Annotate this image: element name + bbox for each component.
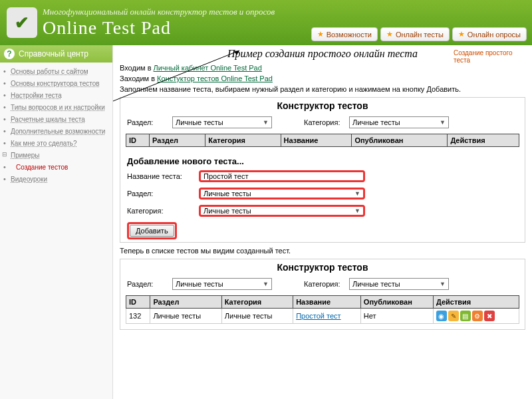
sidebar-item-basics[interactable]: Основы работы с сайтом: [11, 68, 88, 75]
cell-published: Нет: [360, 309, 433, 324]
help-icon: ?: [4, 49, 15, 59]
newtest-section-label: Раздел:: [127, 190, 194, 198]
constructor-panel-2: Конструктор тестов Раздел: Личные тесты▼…: [120, 259, 525, 330]
add-button[interactable]: Добавить: [130, 225, 174, 237]
app-header: ✔ Многофункциональный онлайн конструктор…: [0, 0, 532, 45]
logo-area: ✔ Многофункциональный онлайн конструктор…: [7, 7, 275, 39]
logo-icon: ✔: [7, 7, 37, 38]
col-published: Опубликован: [360, 296, 433, 309]
newtest-category-select[interactable]: Личные тесты▼: [199, 205, 365, 217]
tab-features[interactable]: ★Возможности: [311, 27, 378, 41]
sidebar-item-create-tests[interactable]: Создание тестов: [16, 164, 68, 171]
constructor-panel-1: Конструктор тестов Раздел: Личные тесты▼…: [120, 97, 525, 243]
sidebar-item-howto[interactable]: Как мне это сделать?: [11, 140, 77, 147]
sidebar-item-settings[interactable]: Настройки теста: [11, 92, 62, 99]
col-actions: Действия: [448, 134, 519, 147]
panel2-category-label: Категория:: [304, 280, 344, 288]
edit-icon[interactable]: ✎: [448, 311, 459, 321]
panel1-table: ID Раздел Категория Название Опубликован…: [126, 134, 519, 147]
panel2-table: ID Раздел Категория Название Опубликован…: [126, 295, 519, 324]
newtest-name-label: Название теста:: [127, 172, 194, 180]
chevron-down-icon: ▼: [263, 281, 269, 287]
panel2-section-label: Раздел:: [127, 280, 167, 288]
star-icon: ★: [317, 30, 324, 39]
cell-name-link[interactable]: Простой тест: [296, 312, 340, 320]
sidebar-item-examples[interactable]: Примеры: [11, 152, 40, 159]
panel1-category-label: Категория:: [304, 118, 344, 126]
chevron-down-icon: ▼: [263, 119, 269, 126]
col-section: Раздел: [150, 296, 221, 309]
delete-icon[interactable]: ✖: [484, 311, 495, 321]
action-icons: ◉ ✎ ▤ ⚙ ✖: [436, 311, 516, 321]
col-id: ID: [126, 134, 150, 147]
cell-section: Личные тесты: [150, 309, 221, 324]
link-personal-cabinet[interactable]: Личный кабинет Online Test Pad: [154, 64, 262, 72]
star-icon: ★: [458, 30, 465, 39]
after-text: Теперь в списке тестов мы видим созданны…: [120, 247, 525, 255]
newtest-section-select[interactable]: Личные тесты▼: [199, 188, 365, 200]
col-id: ID: [126, 296, 150, 309]
sidebar-item-constructor-basics[interactable]: Основы конструктора тестов: [11, 80, 100, 87]
chevron-down-icon: ▼: [354, 207, 360, 214]
sidebar-header: ? Справочный центр: [0, 45, 112, 63]
newtest-category-label: Категория:: [127, 207, 194, 215]
intro-line2: Заходим в Констуктор тестов Online Test …: [120, 74, 525, 82]
sidebar-item-videos[interactable]: Видеоуроки: [11, 176, 47, 183]
panel1-title: Конструктор тестов: [120, 98, 525, 114]
check-icon: ✔: [15, 13, 29, 33]
sidebar: ? Справочный центр Основы работы с сайто…: [0, 45, 113, 399]
cell-category: Личные тесты: [221, 309, 293, 324]
newtest-name-input[interactable]: Простой тест: [199, 170, 365, 182]
chevron-down-icon: ▼: [440, 119, 446, 126]
sidebar-item-qtypes[interactable]: Типы вопросов и их настройки: [11, 104, 105, 111]
panel1-category-select[interactable]: Личные тесты▼: [349, 116, 449, 128]
table-row: 132 Личные тесты Личные тесты Простой те…: [126, 309, 519, 324]
sidebar-item-extra[interactable]: Дополнительные возможности: [11, 128, 105, 135]
panel2-section-select[interactable]: Личные тесты▼: [172, 278, 272, 290]
sidebar-item-scales[interactable]: Расчетные шкалы теста: [11, 116, 85, 123]
tagline: Многофункциональный онлайн конструктор т…: [43, 7, 275, 17]
globe-icon[interactable]: ◉: [436, 311, 447, 321]
brand-name: Online Test Pad: [43, 17, 275, 39]
settings-icon[interactable]: ⚙: [472, 311, 483, 321]
chevron-down-icon: ▼: [440, 281, 446, 287]
page-icon[interactable]: ▤: [460, 311, 471, 321]
col-name: Название: [293, 296, 361, 309]
intro-line3: Заполняем название теста, выбираем нужны…: [120, 85, 525, 93]
cell-id: 132: [126, 309, 150, 324]
col-category: Категория: [221, 296, 293, 309]
newtest-heading: Добавление нового теста...: [120, 152, 525, 168]
sidebar-list: Основы работы с сайтом Основы конструкто…: [0, 63, 112, 188]
col-name: Название: [281, 134, 352, 147]
tab-online-polls[interactable]: ★Онлайн опросы: [452, 27, 527, 41]
tab-online-tests[interactable]: ★Онлайн тесты: [380, 27, 450, 41]
sidebar-title: Справочный центр: [19, 49, 88, 59]
col-published: Опубликован: [352, 134, 448, 147]
panel2-category-select[interactable]: Личные тесты▼: [349, 278, 449, 290]
col-actions: Действия: [433, 296, 519, 309]
content: Создание простого теста Пример создания …: [113, 45, 532, 399]
chevron-down-icon: ▼: [354, 190, 360, 197]
star-icon: ★: [386, 30, 393, 39]
header-tabs: ★Возможности ★Онлайн тесты ★Онлайн опрос…: [311, 27, 527, 41]
panel1-section-select[interactable]: Личные тесты▼: [172, 116, 272, 128]
col-category: Категория: [205, 134, 281, 147]
link-test-constructor[interactable]: Констуктор тестов Online Test Pad: [157, 74, 273, 82]
intro-line1: Входим в Личный кабинет Online Test Pad: [120, 64, 525, 72]
col-section: Раздел: [150, 134, 205, 147]
panel2-title: Конструктор тестов: [120, 259, 525, 275]
right-note: Создание простого теста: [454, 49, 527, 64]
panel1-section-label: Раздел:: [127, 118, 167, 126]
